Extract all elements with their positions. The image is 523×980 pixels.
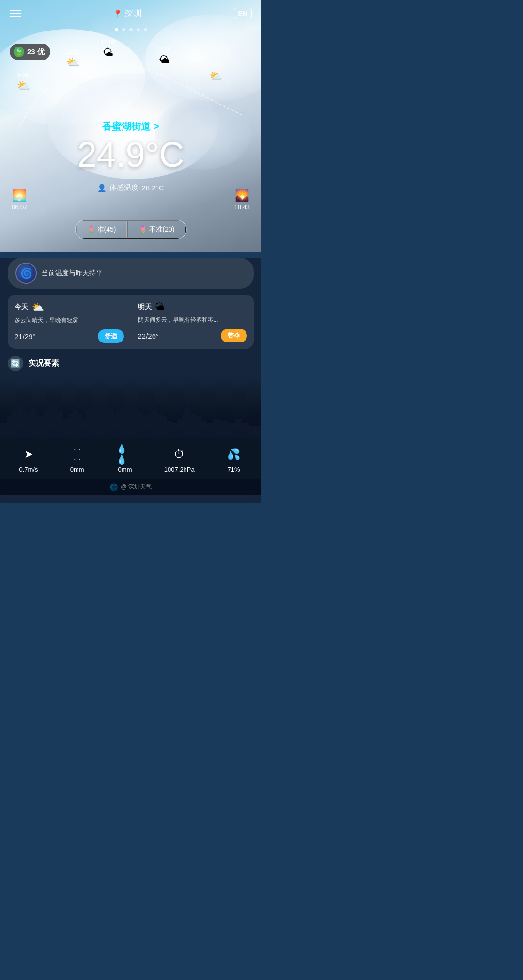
skyline-svg — [0, 389, 262, 438]
page-dots — [0, 28, 262, 31]
sun-times: 🌅 06:07 🌄 18:43 — [0, 189, 262, 211]
sunset-icon: 🌄 — [235, 189, 249, 202]
hamburger-menu[interactable] — [10, 10, 21, 17]
news-ticker[interactable]: 🌀 当前温度与昨天持平 — [8, 258, 254, 289]
accuracy-row: 🌷 准(45) 🌷 不准(20) — [75, 220, 187, 239]
inaccurate-label: 不准(20) — [149, 225, 175, 234]
top-bar: 📍 深圳 EN — [0, 0, 262, 23]
metrics-row: ➤ 0.7m/s · ·· · 0mm 💧💧 0mm ⏱ 1007.2hPa 💦… — [0, 438, 262, 479]
skyline-overlay — [0, 375, 262, 438]
main-temperature: 24.9°C — [0, 135, 262, 174]
aqi-value: 23 优 — [27, 47, 45, 57]
forecast-card: 今天 ⛅ 多云间晴天，早晚有轻雾 21/29° 舒适 明天 🌥 阴天间多云 — [8, 295, 254, 349]
dot-5[interactable] — [144, 28, 147, 31]
arc-time-9: 9:00 — [18, 72, 29, 78]
arc-time-12: 12:00 — [101, 39, 115, 46]
accurate-icon: 🌷 — [87, 226, 95, 233]
forecast-row: 今天 ⛅ 多云间晴天，早晚有轻雾 21/29° 舒适 明天 🌥 阴天间多云 — [8, 295, 254, 349]
dot-4[interactable] — [137, 28, 140, 31]
metric-pressure: ⏱ 1007.2hPa — [164, 446, 195, 473]
inaccurate-button[interactable]: 🌷 不准(20) — [127, 220, 186, 239]
section-icon: 🔄 — [8, 356, 23, 371]
metric-rain2: 💧💧 0mm — [116, 446, 134, 473]
arc-icon-11: ⛅ — [66, 56, 79, 69]
arc-point-15: 15:00 ⛅ — [208, 62, 223, 82]
pressure-value: 1007.2hPa — [164, 466, 195, 473]
rain2-value: 0mm — [118, 466, 132, 473]
source-bar: 🌐 @ 深圳天气 — [0, 479, 262, 495]
lower-section: 🌀 当前温度与昨天持平 今天 ⛅ 多云间晴天，早晚有轻雾 21/29° 舒适 — [0, 258, 262, 503]
arc-icon-14: 🌥 — [159, 54, 170, 66]
metric-rain1: · ·· · 0mm — [68, 446, 86, 473]
location-pin-icon: 📍 — [113, 9, 123, 18]
tomorrow-desc: 阴天间多云，早晚有轻雾和零... — [138, 315, 247, 324]
arc-point-11: 11:00 ⛅ — [65, 48, 80, 69]
tomorrow-label: 明天 — [138, 303, 152, 311]
metric-humidity: 💦 71% — [225, 446, 243, 473]
language-button[interactable]: EN — [234, 8, 252, 19]
street-name[interactable]: 香蜜湖街道 > — [0, 120, 262, 133]
news-logo: 🌀 — [15, 263, 37, 284]
tomorrow-icon: 🌥 — [155, 301, 165, 312]
sunrise-time: 06:07 — [12, 203, 28, 211]
humidity-icon: 💦 — [225, 446, 243, 463]
app-container: 📍 深圳 EN 🍃 23 优 — [0, 0, 262, 503]
pressure-icon: ⏱ — [170, 446, 188, 463]
location-label[interactable]: 📍 深圳 — [113, 8, 142, 19]
rain1-value: 0mm — [70, 466, 84, 473]
metric-wind: ➤ 0.7m/s — [19, 446, 38, 473]
arc-time-14: 14:00 — [157, 46, 172, 53]
hero-section: 📍 深圳 EN 🍃 23 优 — [0, 0, 262, 252]
news-text: 当前温度与昨天持平 — [42, 269, 103, 278]
weibo-icon: 🌐 — [110, 483, 118, 491]
dot-2[interactable] — [122, 28, 125, 31]
humidity-value: 71% — [228, 466, 240, 473]
wind-icon: ➤ — [20, 446, 37, 463]
dot-3[interactable] — [129, 28, 133, 31]
forecast-today[interactable]: 今天 ⛅ 多云间晴天，早晚有轻雾 21/29° 舒适 — [8, 295, 131, 349]
forecast-tomorrow[interactable]: 明天 🌥 阴天间多云，早晚有轻雾和零... 22/26° 带伞 — [131, 295, 254, 349]
street-arrow: > — [154, 121, 159, 132]
rain2-icon: 💧💧 — [116, 446, 134, 463]
arc-icon-9: ⛅ — [17, 79, 30, 92]
today-label: 今天 — [15, 303, 28, 311]
arc-time-15: 15:00 — [208, 62, 223, 69]
wind-value: 0.7m/s — [19, 466, 38, 473]
aqi-leaf-icon: 🍃 — [14, 47, 24, 57]
section-title: 🔄 实况要素 — [8, 356, 254, 371]
aqi-badge[interactable]: 🍃 23 优 — [10, 44, 50, 60]
forecast-tomorrow-header: 明天 🌥 — [138, 301, 247, 312]
sunrise-item: 🌅 06:07 — [12, 189, 28, 211]
sunset-time: 18:43 — [234, 203, 250, 211]
today-icon: ⛅ — [32, 301, 44, 313]
sunset-item: 🌄 18:43 — [234, 189, 250, 211]
city-name: 深圳 — [124, 8, 142, 19]
arc-point-14: 14:00 🌥 — [157, 46, 172, 66]
accurate-button[interactable]: 🌷 准(45) — [76, 220, 127, 239]
today-tag[interactable]: 舒适 — [98, 329, 124, 343]
dot-1[interactable] — [115, 28, 118, 31]
accurate-label: 准(45) — [97, 225, 116, 234]
rain1-icon: · ·· · — [68, 446, 86, 463]
source-text: @ 深圳天气 — [121, 483, 152, 491]
forecast-today-header: 今天 ⛅ — [15, 301, 124, 313]
tomorrow-bottom: 22/26° 带伞 — [138, 329, 247, 342]
arc-point-9: 9:00 ⛅ — [17, 72, 30, 92]
tomorrow-tag[interactable]: 带伞 — [221, 329, 247, 342]
today-temp: 21/29° — [15, 332, 36, 341]
arc-time-11: 11:00 — [65, 48, 80, 55]
arc-icon-15: ⛅ — [209, 70, 222, 82]
section-label: 实况要素 — [28, 358, 59, 369]
arc-point-12: 12:00 🌤 — [101, 39, 115, 59]
tomorrow-temp: 22/26° — [138, 332, 159, 340]
sunrise-icon: 🌅 — [12, 189, 27, 202]
today-desc: 多云间晴天，早晚有轻雾 — [15, 316, 124, 325]
today-bottom: 21/29° 舒适 — [15, 329, 124, 343]
inaccurate-icon: 🌷 — [139, 226, 147, 233]
arc-icon-12: 🌤 — [103, 47, 113, 59]
